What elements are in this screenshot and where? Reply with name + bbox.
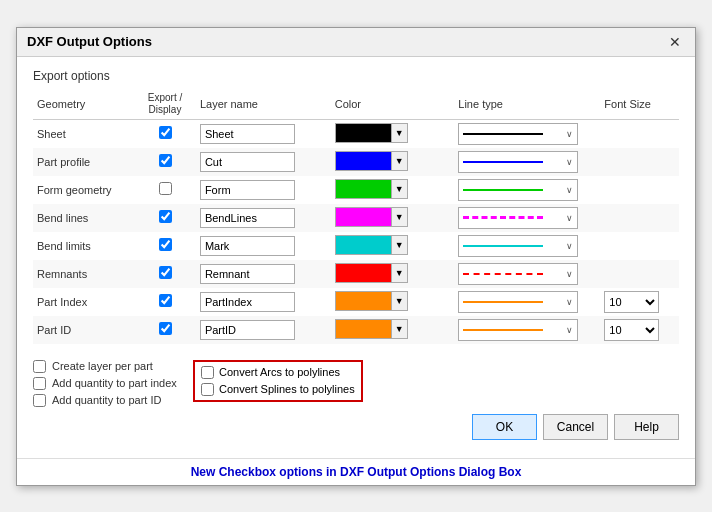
convert-arcs-checkbox[interactable] — [201, 366, 214, 379]
color-cell-2[interactable]: ▼ — [331, 176, 455, 204]
linetype-container-6[interactable]: ∨ — [458, 291, 578, 313]
export-checkbox-7[interactable] — [159, 322, 172, 335]
color-cell-5[interactable]: ▼ — [331, 260, 455, 288]
layer-input-3[interactable] — [200, 208, 295, 228]
color-cell-7[interactable]: ▼ — [331, 316, 455, 344]
fontsize-cell-6[interactable]: 10 — [600, 288, 679, 316]
layer-input-4[interactable] — [200, 236, 295, 256]
geometry-cell-5: Remnants — [33, 260, 134, 288]
col-font-size: Font Size — [600, 89, 679, 120]
linetype-container-0[interactable]: ∨ — [458, 123, 578, 145]
color-swatch-4 — [336, 236, 391, 254]
add-quantity-to-part-index-checkbox[interactable] — [33, 377, 46, 390]
export-checkbox-1[interactable] — [159, 154, 172, 167]
export-checkbox-3[interactable] — [159, 210, 172, 223]
section-label: Export options — [33, 69, 679, 83]
linetype-arrow-0: ∨ — [566, 129, 573, 139]
linetype-cell-4: ∨ — [454, 232, 600, 260]
fontsize-cell-7[interactable]: 10 — [600, 316, 679, 344]
color-cell-0[interactable]: ▼ — [331, 119, 455, 148]
layername-cell-3 — [196, 204, 331, 232]
cancel-button[interactable]: Cancel — [543, 414, 608, 440]
create-layer-per-part-label: Create layer per part — [52, 360, 153, 372]
export-checkbox-cell-2[interactable] — [134, 176, 196, 204]
linetype-container-5[interactable]: ∨ — [458, 263, 578, 285]
color-btn-5[interactable]: ▼ — [335, 263, 408, 283]
table-row: Part ID ▼ ∨ 10 — [33, 316, 679, 344]
layer-input-7[interactable] — [200, 320, 295, 340]
color-btn-7[interactable]: ▼ — [335, 319, 408, 339]
linetype-cell-0: ∨ — [454, 119, 600, 148]
table-row: Sheet ▼ ∨ — [33, 119, 679, 148]
convert-splines-row[interactable]: Convert Splines to polylines — [201, 383, 355, 396]
color-btn-1[interactable]: ▼ — [335, 151, 408, 171]
export-checkbox-cell-1[interactable] — [134, 148, 196, 176]
linetype-cell-7: ∨ — [454, 316, 600, 344]
col-export-display: Export /Display — [134, 89, 196, 120]
layer-input-0[interactable] — [200, 124, 295, 144]
layer-input-5[interactable] — [200, 264, 295, 284]
add-quantity-to-part-index-label: Add quantity to part index — [52, 377, 177, 389]
linetype-arrow-3: ∨ — [566, 213, 573, 223]
fontsize-cell-3[interactable] — [600, 204, 679, 232]
export-checkbox-cell-3[interactable] — [134, 204, 196, 232]
ok-button[interactable]: OK — [472, 414, 537, 440]
table-row: Bend lines ▼ ∨ — [33, 204, 679, 232]
convert-splines-checkbox[interactable] — [201, 383, 214, 396]
layer-input-6[interactable] — [200, 292, 295, 312]
add-quantity-to-part-index-row[interactable]: Add quantity to part index — [33, 377, 183, 390]
geometry-cell-4: Bend limits — [33, 232, 134, 260]
geometry-cell-0: Sheet — [33, 119, 134, 148]
fontsize-cell-1[interactable] — [600, 148, 679, 176]
linetype-container-7[interactable]: ∨ — [458, 319, 578, 341]
color-btn-4[interactable]: ▼ — [335, 235, 408, 255]
export-table: Geometry Export /Display Layer name Colo… — [33, 89, 679, 344]
linetype-cell-5: ∨ — [454, 260, 600, 288]
export-checkbox-6[interactable] — [159, 294, 172, 307]
create-layer-per-part-checkbox[interactable] — [33, 360, 46, 373]
color-dropdown-arrow-0: ▼ — [391, 124, 407, 142]
create-layer-per-part-row[interactable]: Create layer per part — [33, 360, 183, 373]
color-btn-2[interactable]: ▼ — [335, 179, 408, 199]
left-checkboxes: Create layer per part Add quantity to pa… — [33, 360, 183, 407]
close-button[interactable]: ✕ — [665, 34, 685, 50]
add-quantity-to-part-id-row[interactable]: Add quantity to part ID — [33, 394, 183, 407]
fontsize-cell-5[interactable] — [600, 260, 679, 288]
export-checkbox-0[interactable] — [159, 126, 172, 139]
col-line-type: Line type — [454, 89, 600, 120]
color-btn-6[interactable]: ▼ — [335, 291, 408, 311]
convert-arcs-row[interactable]: Convert Arcs to polylines — [201, 366, 355, 379]
color-btn-3[interactable]: ▼ — [335, 207, 408, 227]
export-checkbox-cell-6[interactable] — [134, 288, 196, 316]
export-checkbox-cell-5[interactable] — [134, 260, 196, 288]
color-cell-3[interactable]: ▼ — [331, 204, 455, 232]
title-bar: DXF Output Options ✕ — [17, 28, 695, 57]
geometry-cell-7: Part ID — [33, 316, 134, 344]
color-cell-4[interactable]: ▼ — [331, 232, 455, 260]
buttons-row: OK Cancel Help — [193, 414, 679, 440]
fontsize-cell-2[interactable] — [600, 176, 679, 204]
color-cell-1[interactable]: ▼ — [331, 148, 455, 176]
linetype-container-4[interactable]: ∨ — [458, 235, 578, 257]
fontsize-select-6[interactable]: 10 — [604, 291, 659, 313]
linetype-container-2[interactable]: ∨ — [458, 179, 578, 201]
export-checkbox-4[interactable] — [159, 238, 172, 251]
export-checkbox-cell-0[interactable] — [134, 119, 196, 148]
linetype-container-3[interactable]: ∨ — [458, 207, 578, 229]
linetype-container-1[interactable]: ∨ — [458, 151, 578, 173]
table-row: Remnants ▼ ∨ — [33, 260, 679, 288]
help-button[interactable]: Help — [614, 414, 679, 440]
layer-input-1[interactable] — [200, 152, 295, 172]
export-checkbox-cell-7[interactable] — [134, 316, 196, 344]
color-btn-0[interactable]: ▼ — [335, 123, 408, 143]
fontsize-cell-0[interactable] — [600, 119, 679, 148]
color-cell-6[interactable]: ▼ — [331, 288, 455, 316]
add-quantity-to-part-id-checkbox[interactable] — [33, 394, 46, 407]
fontsize-select-7[interactable]: 10 — [604, 319, 659, 341]
export-checkbox-cell-4[interactable] — [134, 232, 196, 260]
export-checkbox-2[interactable] — [159, 182, 172, 195]
layer-input-2[interactable] — [200, 180, 295, 200]
export-checkbox-5[interactable] — [159, 266, 172, 279]
color-dropdown-arrow-3: ▼ — [391, 208, 407, 226]
fontsize-cell-4[interactable] — [600, 232, 679, 260]
